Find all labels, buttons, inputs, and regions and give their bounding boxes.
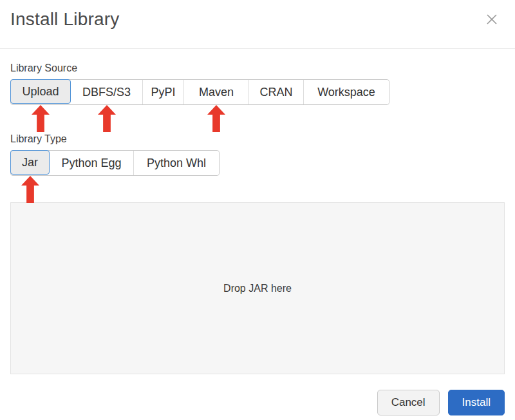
dialog-header: Install Library xyxy=(0,0,515,49)
library-type-label: Library Type xyxy=(10,133,505,145)
jar-dropzone[interactable]: Drop JAR here xyxy=(10,202,505,374)
library-type-group: Jar Python Egg Python Whl xyxy=(10,150,220,176)
type-option-jar[interactable]: Jar xyxy=(10,150,50,175)
cancel-button[interactable]: Cancel xyxy=(377,390,440,415)
source-option-cran[interactable]: CRAN xyxy=(249,80,304,104)
annotation-arrow-dbfs-icon xyxy=(98,105,116,132)
type-option-python-whl[interactable]: Python Whl xyxy=(134,151,219,175)
library-source-label: Library Source xyxy=(10,62,505,74)
source-annotation-arrows xyxy=(10,105,515,132)
source-option-dbfs-s3[interactable]: DBFS/S3 xyxy=(71,80,143,104)
library-source-group: Upload DBFS/S3 PyPI Maven CRAN Workspace xyxy=(10,79,389,105)
source-option-upload[interactable]: Upload xyxy=(10,79,71,104)
source-option-workspace[interactable]: Workspace xyxy=(304,80,389,104)
install-library-dialog: Install Library Library Source Upload DB… xyxy=(0,0,515,420)
type-annotation-arrows xyxy=(10,176,515,202)
source-option-pypi[interactable]: PyPI xyxy=(143,80,184,104)
install-button[interactable]: Install xyxy=(448,390,505,415)
annotation-arrow-upload-icon xyxy=(32,105,50,132)
dropzone-text: Drop JAR here xyxy=(223,283,292,294)
type-option-python-egg[interactable]: Python Egg xyxy=(50,151,134,175)
dialog-footer: Cancel Install xyxy=(10,390,505,415)
close-icon[interactable] xyxy=(485,13,498,26)
annotation-arrow-jar-icon xyxy=(21,176,39,203)
dialog-title: Install Library xyxy=(10,9,120,30)
annotation-arrow-maven-icon xyxy=(207,105,225,132)
source-option-maven[interactable]: Maven xyxy=(184,80,249,104)
